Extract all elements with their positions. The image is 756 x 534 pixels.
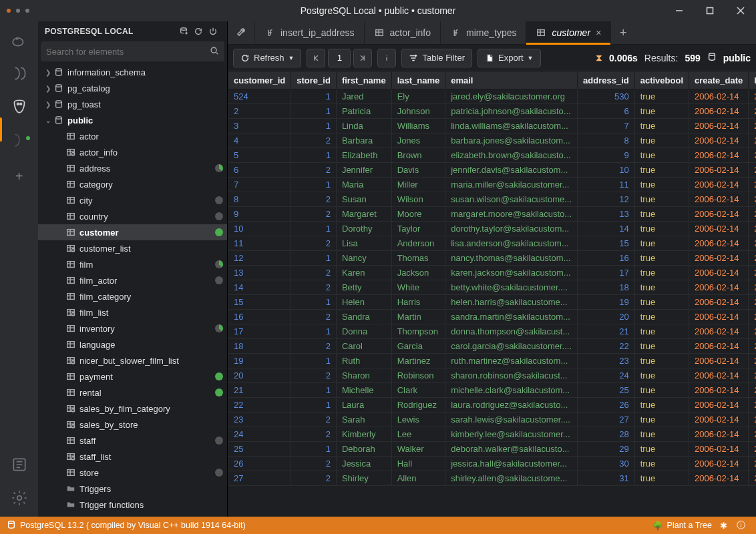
cell[interactable]: dorothy.taylor@sakilacustom... — [445, 222, 578, 236]
cell[interactable]: 26 — [578, 398, 635, 413]
cell[interactable]: 13 — [578, 207, 635, 222]
cell[interactable]: 23 — [228, 413, 291, 427]
tree-table-film_list[interactable]: film_list — [38, 304, 227, 320]
close-button[interactable] — [725, 0, 756, 21]
cell[interactable]: sharon.robinson@sakilacust... — [445, 368, 578, 383]
table-row[interactable]: 5241JaredElyjared.ely@sakilacustomer.org… — [228, 89, 757, 104]
cell[interactable]: true — [634, 163, 689, 178]
cell[interactable]: Thomas — [391, 251, 445, 266]
cell[interactable]: 2006-02-14 — [689, 251, 749, 266]
cell[interactable]: Michelle — [336, 383, 391, 398]
tree-table-nicer_but_slower_film_list[interactable]: nicer_but_slower_film_list — [38, 352, 227, 368]
cell[interactable]: Wilson — [391, 192, 445, 207]
cell[interactable]: Taylor — [391, 222, 445, 236]
cell[interactable]: 2006-02-14 — [689, 383, 749, 398]
table-row[interactable]: 251DeborahWalkerdeborah.walker@sakilacus… — [228, 442, 757, 457]
cell[interactable]: Brown — [391, 148, 445, 163]
cell[interactable]: Jessica — [336, 457, 391, 471]
cell[interactable]: barbara.jones@sakilacustom... — [445, 134, 578, 148]
tree-table-film_actor[interactable]: film_actor — [38, 272, 227, 288]
cell[interactable]: 2006-02-14 — [689, 89, 749, 104]
cell[interactable]: true — [634, 89, 689, 104]
cell[interactable]: Rodriguez — [391, 398, 445, 413]
cell[interactable]: 10 — [578, 163, 635, 178]
cell[interactable]: 2 — [291, 368, 337, 383]
cell[interactable]: 2013 — [749, 280, 756, 295]
cell[interactable]: jennifer.davis@sakilacustom... — [445, 163, 578, 178]
cell[interactable]: 2006-02-14 — [689, 280, 749, 295]
cell[interactable]: 20 — [578, 310, 635, 324]
cell[interactable]: Harris — [391, 295, 445, 310]
cell[interactable]: michelle.clark@sakilacustom... — [445, 383, 578, 398]
cell[interactable]: Maria — [336, 178, 391, 192]
cell[interactable]: 14 — [578, 222, 635, 236]
cell[interactable]: true — [634, 324, 689, 339]
activity-db-icon[interactable] — [7, 28, 31, 52]
cell[interactable]: 1 — [291, 354, 337, 368]
table-row[interactable]: 202SharonRobinsonsharon.robinson@sakilac… — [228, 368, 757, 383]
cell[interactable]: 1 — [291, 383, 337, 398]
cell[interactable]: Laura — [336, 398, 391, 413]
tree-table-inventory[interactable]: inventory — [38, 320, 227, 336]
tree-table-staff[interactable]: staff — [38, 433, 227, 449]
tree-table-payment[interactable]: payment — [38, 368, 227, 384]
cell[interactable]: 2006-02-14 — [689, 398, 749, 413]
cell[interactable]: sarah.lewis@sakilacustomer.... — [445, 413, 578, 427]
cell[interactable]: 2013 — [749, 178, 756, 192]
cell[interactable]: Linda — [336, 119, 391, 134]
table-row[interactable]: 182CarolGarciacarol.garcia@sakilacustome… — [228, 339, 757, 354]
cell[interactable]: 2 — [228, 104, 291, 119]
col-last_name[interactable]: last_name — [391, 72, 445, 89]
tab-actor_info[interactable]: actor_info — [365, 21, 441, 44]
cell[interactable]: 2013 — [749, 207, 756, 222]
cell[interactable]: White — [391, 280, 445, 295]
cell[interactable]: 2013 — [749, 163, 756, 178]
cell[interactable]: 3 — [228, 119, 291, 134]
cell[interactable]: true — [634, 236, 689, 251]
table-row[interactable]: 262JessicaHalljessica.hall@sakilacustome… — [228, 457, 757, 471]
cell[interactable]: 1 — [291, 222, 337, 236]
cell[interactable]: Jackson — [391, 266, 445, 280]
table-row[interactable]: 51ElizabethBrownelizabeth.brown@sakilacu… — [228, 148, 757, 163]
cell[interactable]: 2006-02-14 — [689, 236, 749, 251]
power-icon[interactable] — [206, 24, 220, 39]
settings-small-icon[interactable]: ✱ — [720, 521, 727, 531]
cell[interactable]: 27 — [578, 413, 635, 427]
col-create_date[interactable]: create_date — [689, 72, 749, 89]
info-button[interactable] — [377, 49, 396, 67]
cell[interactable]: Patricia — [336, 104, 391, 119]
tree-table-sales_by_store[interactable]: sales_by_store — [38, 417, 227, 433]
cell[interactable]: 2006-02-14 — [689, 148, 749, 163]
tree-table-film[interactable]: film — [38, 256, 227, 272]
cell[interactable]: Miller — [391, 178, 445, 192]
cell[interactable]: true — [634, 148, 689, 163]
tree-schema[interactable]: ❯pg_catalog — [38, 80, 227, 96]
refresh-sidebar-icon[interactable] — [191, 24, 206, 39]
tree-table-country[interactable]: country — [38, 208, 227, 224]
cell[interactable]: true — [634, 368, 689, 383]
cell[interactable]: sandra.martin@sakilacustom... — [445, 310, 578, 324]
tree-schema-public[interactable]: ⌄public — [38, 112, 227, 128]
object-tree[interactable]: ❯information_schema❯pg_catalog❯pg_toast⌄… — [38, 64, 227, 517]
cell[interactable]: 2006-02-14 — [689, 192, 749, 207]
cell[interactable]: 1 — [291, 148, 337, 163]
cell[interactable]: 2006-02-14 — [689, 324, 749, 339]
cell[interactable]: 24 — [578, 368, 635, 383]
cell[interactable]: true — [634, 471, 689, 486]
cell[interactable]: karen.jackson@sakilacustom... — [445, 266, 578, 280]
table-row[interactable]: 121NancyThomasnancy.thomas@sakilacustom.… — [228, 251, 757, 266]
cell[interactable]: maria.miller@sakilacustomer... — [445, 178, 578, 192]
cell[interactable]: Donna — [336, 324, 391, 339]
cell[interactable]: 2006-02-14 — [689, 471, 749, 486]
cell[interactable]: 2013 — [749, 104, 756, 119]
cell[interactable]: 2006-02-14 — [689, 163, 749, 178]
cell[interactable]: 2006-02-14 — [689, 354, 749, 368]
tree-table-staff_list[interactable]: staff_list — [38, 449, 227, 465]
cell[interactable]: 31 — [578, 471, 635, 486]
cell[interactable]: 2013 — [749, 324, 756, 339]
cell[interactable]: Sandra — [336, 310, 391, 324]
cell[interactable]: elizabeth.brown@sakilacusto... — [445, 148, 578, 163]
cell[interactable]: 6 — [228, 163, 291, 178]
cell[interactable]: 2006-02-14 — [689, 368, 749, 383]
cell[interactable]: 2006-02-14 — [689, 207, 749, 222]
